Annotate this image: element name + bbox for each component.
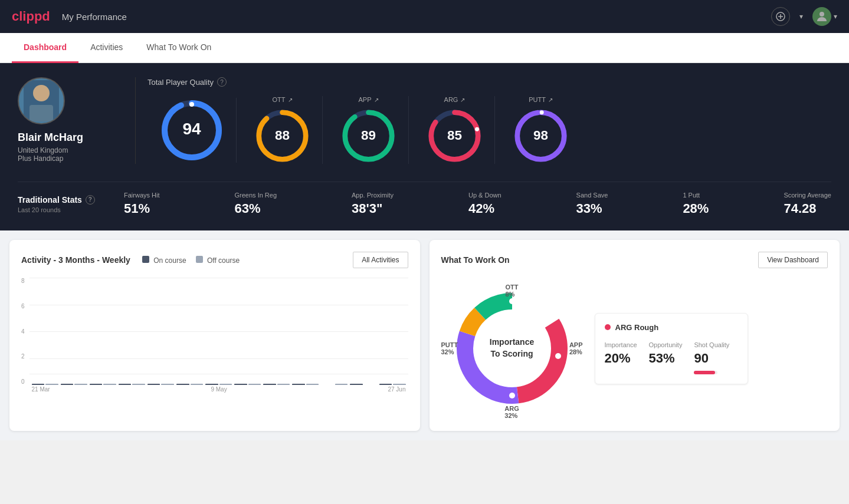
stat-up-down-value: 42% [468, 201, 494, 216]
player-info: Blair McHarg United Kingdom Plus Handica… [18, 77, 136, 164]
detail-dot [605, 324, 611, 330]
work-content: Importance To Scoring OTT 8% APP 28% ARG… [441, 278, 828, 419]
gauge-total: 94 [147, 98, 237, 163]
y-label-0: 0 [21, 378, 25, 385]
chart-area: 8 6 4 2 0 [21, 278, 408, 396]
bar-group [61, 384, 87, 385]
x-axis: 21 Mar 9 May 27 Jun [29, 385, 408, 393]
stat-scoring-average: Scoring Average 74.28 [784, 192, 831, 216]
gauge-ott: OTT ↗ 88 [242, 96, 323, 164]
svg-point-19 [475, 127, 479, 131]
quality-section: Total Player Quality ? 94 OTT [136, 77, 831, 164]
bar-oncourse [61, 384, 74, 385]
bar-group [350, 384, 376, 385]
stat-up-down: Up & Down 42% [468, 192, 501, 216]
bar-offcourse [45, 384, 58, 385]
svg-point-23 [540, 110, 544, 114]
svg-text:85: 85 [447, 128, 462, 143]
svg-text:98: 98 [533, 128, 548, 143]
user-avatar-button[interactable]: ▾ [812, 7, 837, 26]
bar-oncourse [90, 384, 103, 385]
legend-offcourse-dot [196, 256, 203, 263]
trad-stats-label: Traditional Stats ? Last 20 rounds [18, 195, 124, 213]
header: clippd My Performance ▾ ▾ [0, 0, 849, 33]
donut-chart: Importance To Scoring OTT 8% APP 28% ARG… [441, 278, 583, 419]
add-chevron: ▾ [799, 12, 803, 21]
detail-stat-shot-quality: Shot Quality 90 [694, 341, 729, 374]
detail-stat-opportunity: Opportunity 53% [649, 341, 683, 374]
stat-1-putt-label: 1 Putt [683, 192, 700, 199]
detail-stat-bar [694, 371, 717, 374]
gauge-app: APP ↗ 89 [329, 96, 409, 164]
svg-point-31 [509, 393, 515, 398]
bar-group [32, 384, 58, 385]
donut-label-arg: ARG 32% [504, 405, 519, 419]
stat-fairways-hit-value: 51% [124, 201, 150, 216]
work-title: What To Work On [441, 255, 510, 265]
quality-header: Total Player Quality ? [147, 77, 820, 87]
bar-oncourse [350, 384, 363, 385]
chart-header: Activity - 3 Months - Weekly On course O… [21, 252, 408, 268]
stat-up-down-label: Up & Down [468, 192, 501, 199]
stat-items: Fairways Hit 51% Greens In Reg 63% App. … [124, 192, 831, 216]
player-country: United Kingdom [18, 146, 68, 154]
svg-point-29 [509, 298, 515, 304]
traditional-stats: Traditional Stats ? Last 20 rounds Fairw… [18, 182, 831, 216]
stat-sand-save-label: Sand Save [576, 192, 608, 199]
trad-stats-help-icon[interactable]: ? [86, 195, 95, 205]
add-button[interactable] [771, 7, 790, 26]
chart-header-left: Activity - 3 Months - Weekly On course O… [21, 255, 240, 265]
detail-stats: Importance 20% Opportunity 53% Shot Qual… [605, 341, 738, 374]
detail-stat-importance-label: Importance [605, 341, 637, 348]
stat-scoring-average-label: Scoring Average [784, 192, 831, 199]
legend-offcourse: Off course [196, 256, 240, 265]
stat-sand-save-value: 33% [576, 201, 602, 216]
bar-group [292, 384, 319, 385]
bar-oncourse [32, 384, 45, 385]
chart-card: Activity - 3 Months - Weekly On course O… [9, 240, 420, 431]
quality-help-icon[interactable]: ? [217, 77, 227, 87]
bar-offcourse [132, 384, 145, 385]
donut-label-app: APP 28% [569, 341, 583, 355]
bar-group [119, 384, 145, 385]
bar-offcourse [219, 384, 232, 385]
bar-chart: 8 6 4 2 0 [21, 278, 408, 407]
tab-what-to-work-on[interactable]: What To Work On [135, 33, 223, 63]
gauge-arg: ARG ↗ 85 [415, 96, 495, 164]
y-label-8: 8 [21, 278, 25, 284]
chart-legend: On course Off course [142, 256, 240, 265]
gauge-putt-label: PUTT ↗ [529, 96, 553, 103]
tab-activities[interactable]: Activities [78, 33, 135, 63]
bar-oncourse [147, 384, 160, 385]
bar-group [234, 384, 261, 385]
bar-group [147, 384, 174, 385]
chart-title: Activity - 3 Months - Weekly [21, 255, 130, 265]
trad-stats-subtitle: Last 20 rounds [18, 206, 124, 213]
bar-offcourse [277, 384, 290, 385]
svg-text:89: 89 [361, 128, 376, 143]
bar-offcourse [335, 384, 348, 385]
svg-point-5 [33, 85, 50, 101]
detail-stat-opportunity-label: Opportunity [649, 341, 683, 348]
quality-circles: 94 OTT ↗ 88 [147, 96, 820, 164]
tab-dashboard[interactable]: Dashboard [12, 33, 78, 63]
bar-oncourse [176, 384, 189, 385]
stat-scoring-average-value: 74.28 [784, 201, 816, 216]
bottom-section: Activity - 3 Months - Weekly On course O… [0, 230, 849, 440]
logo: clippd [12, 9, 50, 24]
legend-oncourse: On course [142, 256, 186, 265]
bar-group [321, 384, 348, 385]
bar-group [176, 384, 203, 385]
detail-stat-shot-quality-value: 90 [694, 351, 729, 366]
svg-text:88: 88 [275, 128, 290, 143]
bar-group [205, 384, 232, 385]
detail-stat-shot-quality-label: Shot Quality [694, 341, 729, 348]
bar-offcourse [191, 384, 204, 385]
detail-card-title: ARG Rough [605, 323, 738, 332]
bars [29, 278, 408, 385]
all-activities-button[interactable]: All Activities [353, 252, 408, 268]
bar-group [263, 384, 290, 385]
view-dashboard-button[interactable]: View Dashboard [758, 252, 828, 268]
gauge-arg-label: ARG ↗ [444, 96, 466, 103]
svg-text:94: 94 [182, 120, 201, 138]
